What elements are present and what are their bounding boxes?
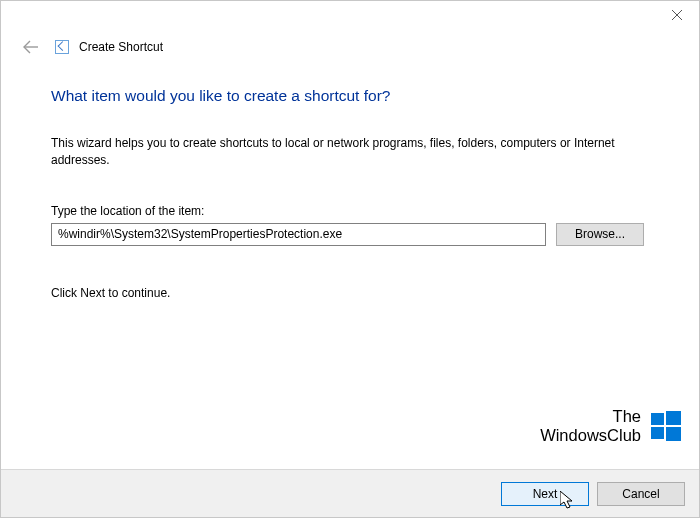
cancel-button[interactable]: Cancel bbox=[597, 482, 685, 506]
windows-logo-icon bbox=[651, 411, 681, 441]
wizard-header: Create Shortcut bbox=[1, 31, 699, 59]
continue-text: Click Next to continue. bbox=[51, 286, 649, 300]
svg-rect-3 bbox=[651, 413, 664, 425]
browse-button[interactable]: Browse... bbox=[556, 223, 644, 246]
watermark-line1: The bbox=[540, 407, 641, 426]
wizard-title: Create Shortcut bbox=[79, 40, 163, 54]
svg-rect-5 bbox=[651, 427, 664, 439]
titlebar bbox=[1, 1, 699, 31]
location-label: Type the location of the item: bbox=[51, 204, 649, 218]
create-shortcut-wizard-window: Create Shortcut What item would you like… bbox=[0, 0, 700, 518]
watermark-line2: WindowsClub bbox=[540, 426, 641, 445]
next-button[interactable]: Next bbox=[501, 482, 589, 506]
wizard-heading: What item would you like to create a sho… bbox=[51, 87, 649, 105]
close-icon bbox=[672, 10, 682, 20]
watermark-text: The WindowsClub bbox=[540, 407, 641, 445]
location-input[interactable] bbox=[51, 223, 546, 246]
back-arrow-icon bbox=[23, 40, 39, 54]
close-button[interactable] bbox=[654, 1, 699, 29]
back-button[interactable] bbox=[21, 37, 41, 57]
wizard-description: This wizard helps you to create shortcut… bbox=[51, 135, 631, 170]
svg-rect-6 bbox=[666, 427, 681, 441]
wizard-footer: Next Cancel bbox=[1, 469, 699, 517]
shortcut-icon bbox=[55, 40, 69, 54]
watermark: The WindowsClub bbox=[540, 407, 681, 445]
location-row: Browse... bbox=[51, 223, 649, 246]
svg-rect-4 bbox=[666, 411, 681, 425]
